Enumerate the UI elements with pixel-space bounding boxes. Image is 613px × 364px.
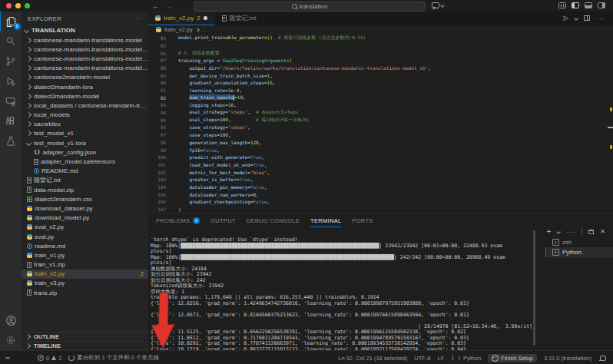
eol-status[interactable]: LF	[438, 355, 445, 362]
code-line-94[interactable]: 94eval_strategy="steps", # 改epoch为steps	[148, 109, 613, 117]
python-interpreter-status[interactable]: 3.11.0 (translation)	[544, 355, 591, 362]
code-line-88[interactable]: 88output_dir="/Users/feelins/works/trans…	[148, 65, 613, 72]
sidebar-item-extensions[interactable]	[0, 111, 22, 131]
tree-item-dialect2mandarin-lora[interactable]: dialect2mandarin-lora	[22, 82, 148, 91]
tree-item-test-model-v1-lora[interactable]: test_model_v1-lora	[22, 138, 148, 147]
tree-item-dialect2mandarin-model[interactable]: dialect2mandarin-model	[22, 91, 148, 101]
panel-tab-output[interactable]: OUTPUT	[210, 213, 236, 227]
breadcrumb[interactable]: train_v2.py …	[148, 25, 613, 35]
tree-item-cantonese-mandarin-translations-model[interactable]: cantonese-mandarin-translations-model	[22, 35, 148, 45]
outline-section[interactable]: OUTLINE	[22, 332, 148, 341]
code-line-87[interactable]: 87training_args = Seq2SeqTrainingArgumen…	[148, 57, 613, 65]
tree-item-test-model-v1[interactable]: test_model_v1	[22, 129, 148, 138]
code-line-96[interactable]: 96save_strategy="steps",	[148, 124, 613, 131]
code-line-93[interactable]: 93logging_steps=10,	[148, 101, 613, 109]
run-python-file-button[interactable]: ▷	[564, 15, 568, 22]
language-status[interactable]: { } Python	[451, 355, 481, 362]
terminal-output[interactable]: `torch_dtype` is deprecated! Use `dtype`…	[148, 236, 545, 350]
tree-item-eval-v2-py[interactable]: eval_v2.py	[22, 223, 148, 232]
tree-item-eval-py[interactable]: eval.py	[22, 232, 148, 241]
editor-more-actions-icon[interactable]: ···	[596, 15, 605, 22]
tree-item-train-v2-py[interactable]: train_v2.py2	[22, 270, 148, 279]
timeline-section[interactable]: TIMELINE	[22, 341, 148, 350]
tree-item-sacrebleu[interactable]: sacrebleu	[22, 120, 148, 129]
panel-tab-ports[interactable]: PORTS	[352, 213, 373, 227]
panel-more-actions-icon[interactable]: ···	[566, 228, 575, 236]
finish-setup-button[interactable]: Finish Setup	[488, 354, 537, 362]
copilot-chat-button[interactable]	[432, 2, 444, 8]
minimize-window-button[interactable]	[15, 3, 21, 8]
code-line-101[interactable]: 101load_best_model_at_end=True,	[148, 161, 613, 169]
code-line-100[interactable]: 100predict_with_generate=True,	[148, 154, 613, 161]
code-line-102[interactable]: 102metric_for_best_model="bleu",	[148, 168, 613, 176]
toggle-panel-icon[interactable]	[585, 2, 592, 8]
explorer-more-actions[interactable]: ···	[133, 15, 142, 22]
tree-item-adapter-model-safetensors[interactable]: adapter_model.safetensors	[22, 157, 148, 166]
tree-item-train-v3-py[interactable]: train_v3.py	[22, 279, 148, 288]
tree-item-train-v1-zip[interactable]: train_v1.zip	[22, 260, 148, 270]
tree-item-随堂记-txt[interactable]: 随堂记.txt	[22, 176, 148, 185]
code-line-106[interactable]: 106gradient_checkpointing=False,	[148, 198, 613, 206]
customize-layout-icon[interactable]	[558, 2, 566, 8]
code-line-86[interactable]: 86# 2. 训练参数配置	[148, 49, 613, 57]
encoding-status[interactable]: UTF-8	[414, 355, 430, 362]
sidebar-item-testing[interactable]	[0, 131, 22, 151]
code-line-104[interactable]: 104dataloader_pin_memory=False,	[148, 184, 613, 191]
sidebar-item-explorer[interactable]: 1	[0, 12, 22, 31]
code-line-95[interactable]: 95eval_steps=100, # 每100步计算一次BLEU	[148, 116, 613, 124]
code-line-98[interactable]: 98generation_max_length=128,	[148, 139, 613, 147]
sidebar-item-source-control[interactable]	[0, 51, 22, 71]
code-line-91[interactable]: 91learning_rate=2e-4,	[148, 87, 613, 94]
tree-item-cantonese-mandarin-translations-model[interactable]: cantonese-mandarin-translations-model…	[22, 54, 148, 63]
tree-item-dialect2mandarin-csv[interactable]: dialect2mandarin.csv	[22, 194, 148, 204]
tree-item-local-datasets-cantonese-mandarin-tra[interactable]: local_datasets / cantonese-mandarin-tra…	[22, 101, 148, 110]
panel-tab-problems[interactable]: PROBLEMS2	[156, 213, 200, 227]
tree-item-cantonese-mandarin-translations-model[interactable]: cantonese-mandarin-translations-model…	[22, 64, 148, 73]
problems-status[interactable]: 0 2	[38, 355, 61, 362]
terminal-scrollbar[interactable]	[533, 230, 535, 346]
tree-item-train-v1-py[interactable]: train_v1.py	[22, 250, 148, 260]
close-panel-icon[interactable]: ✕	[600, 228, 605, 235]
forward-button[interactable]: →	[165, 2, 172, 10]
sidebar-item-search[interactable]	[0, 31, 22, 51]
split-editor-icon[interactable]	[584, 15, 590, 21]
accounts-button[interactable]	[0, 310, 22, 330]
tree-item-adapter-config-json[interactable]: {}adapter_config.json	[22, 147, 148, 157]
toggle-secondary-sidebar-icon[interactable]	[598, 2, 605, 8]
terminal-profile-dropdown-icon[interactable]	[556, 230, 561, 234]
settings-button[interactable]	[0, 330, 22, 350]
tree-item-download-dataset-py[interactable]: download_dataset.py	[22, 204, 148, 213]
tree-item-local-models[interactable]: local_models	[22, 111, 148, 120]
terminal-instance-python[interactable]: Python	[545, 247, 613, 257]
terminal-instance-zsh[interactable]: zsh	[545, 237, 613, 247]
close-window-button[interactable]	[6, 3, 12, 8]
code-line-89[interactable]: 89per_device_train_batch_size=1,	[148, 71, 613, 79]
notifications-bell-icon[interactable]	[600, 356, 606, 360]
code-line-99[interactable]: 99fp16=False,	[148, 146, 613, 154]
code-line-97[interactable]: 97save_steps=100,	[148, 131, 613, 139]
panel-tab-debug-console[interactable]: DEBUG CONSOLE	[247, 213, 300, 227]
code-line-85[interactable]: 85	[148, 42, 613, 50]
remote-indicator[interactable]: ><	[5, 356, 9, 360]
code-line-107[interactable]: 107)	[148, 206, 613, 213]
code-line-92[interactable]: 92num_train_epochs=10,	[148, 94, 613, 101]
cursor-position-status[interactable]: Ln 92, Col 21 (16 selected)	[338, 355, 407, 362]
code-line-105[interactable]: 105dataloader_num_workers=0,	[148, 190, 613, 198]
tree-item-readme-md[interactable]: readme.md	[22, 241, 148, 250]
code-line-84[interactable]: 84model.print_trainable_parameters() # 查…	[148, 35, 613, 42]
tab-train-v2-py[interactable]: train_v2.py2	[148, 12, 215, 25]
workspace-root-folder[interactable]: TRANSLATION	[22, 25, 148, 35]
zoom-window-button[interactable]	[25, 3, 30, 8]
tree-item-readme-md[interactable]: README.md	[22, 167, 148, 176]
code-line-103[interactable]: 103greater_is_better=True,	[148, 176, 613, 184]
panel-tab-terminal[interactable]: TERMINAL	[310, 213, 341, 227]
tab-随堂记-txt[interactable]: 随堂记.txt	[215, 12, 264, 25]
code-editor[interactable]: 84model.print_trainable_parameters() # 查…	[148, 35, 613, 213]
run-dropdown-icon[interactable]	[574, 16, 578, 21]
new-terminal-button[interactable]: +	[546, 227, 551, 236]
command-center-search[interactable]: translation	[194, 2, 426, 12]
maximize-panel-icon[interactable]	[588, 230, 594, 234]
tree-item-data-model-zip[interactable]: data-model.zip	[22, 185, 148, 194]
toggle-primary-sidebar-icon[interactable]	[572, 2, 579, 8]
analysis-status[interactable]: 要分析的 1 个文件和 0 个单元格	[68, 354, 159, 362]
